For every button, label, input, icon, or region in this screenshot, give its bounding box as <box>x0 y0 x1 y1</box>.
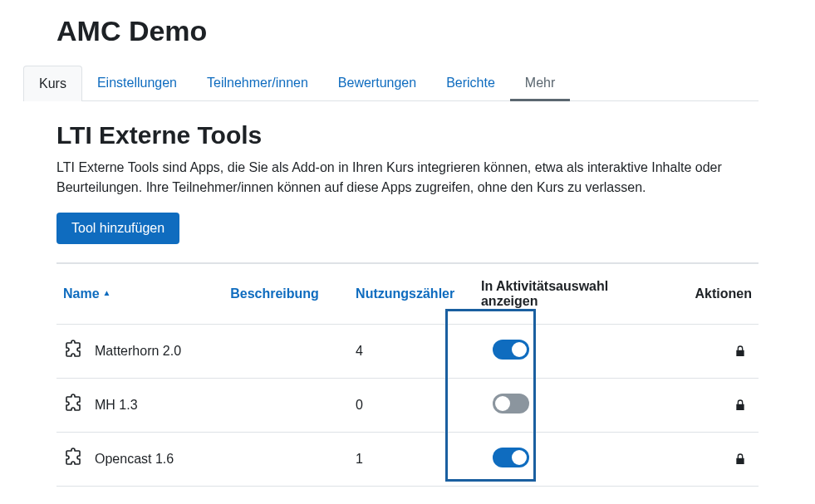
col-header-name[interactable]: Name▲ <box>56 263 223 325</box>
table-row: MH 1.3 0 <box>56 379 759 433</box>
add-tool-button[interactable]: Tool hinzufügen <box>56 213 179 244</box>
tab-einstellungen[interactable]: Einstellungen <box>82 66 192 100</box>
course-tabs: Kurs Einstellungen Teilnehmer/innen Bewe… <box>23 66 759 101</box>
lock-icon <box>734 345 747 358</box>
tool-usage: 4 <box>349 325 474 379</box>
lock-button[interactable] <box>729 448 752 471</box>
tab-teilnehmer[interactable]: Teilnehmer/innen <box>192 66 323 100</box>
tool-name: Matterhorn 2.0 <box>95 344 181 359</box>
lock-icon <box>734 399 747 412</box>
puzzle-icon <box>63 340 83 363</box>
puzzle-icon <box>63 448 83 471</box>
tool-description <box>223 325 349 379</box>
tool-usage: 1 <box>349 433 474 487</box>
lock-icon <box>734 453 747 466</box>
tool-name: MH 1.3 <box>95 398 138 413</box>
sort-asc-icon: ▲ <box>103 288 111 297</box>
table-row: Opencast 1.6 1 <box>56 433 759 487</box>
tool-description <box>223 433 349 487</box>
section-description: LTI Externe Tools sind Apps, die Sie als… <box>56 158 759 198</box>
tab-kurs[interactable]: Kurs <box>23 66 82 101</box>
page-title: LTI Externe Tools <box>56 121 759 149</box>
tools-table: Name▲ Beschreibung Nutzungszähler In Akt… <box>56 262 759 487</box>
col-header-usage[interactable]: Nutzungszähler <box>349 263 474 325</box>
tool-usage: 0 <box>349 379 474 433</box>
lock-button[interactable] <box>729 340 752 363</box>
tool-name: Opencast 1.6 <box>95 452 174 467</box>
show-toggle[interactable] <box>493 340 529 360</box>
col-header-actions: Aktionen <box>675 263 759 325</box>
lock-button[interactable] <box>729 394 752 417</box>
tab-berichte[interactable]: Berichte <box>431 66 510 100</box>
show-toggle[interactable] <box>493 394 529 413</box>
puzzle-icon <box>63 394 83 417</box>
course-title: AMC Demo <box>56 15 792 47</box>
col-header-description[interactable]: Beschreibung <box>223 263 349 325</box>
col-header-name-label: Name <box>63 286 100 301</box>
tab-bewertungen[interactable]: Bewertungen <box>323 66 431 100</box>
tool-description <box>223 379 349 433</box>
tab-mehr[interactable]: Mehr <box>510 66 570 100</box>
col-header-show: In Aktivitätsauswahl anzeigen <box>474 263 675 325</box>
show-toggle[interactable] <box>493 448 529 467</box>
table-row: Matterhorn 2.0 4 <box>56 325 759 379</box>
